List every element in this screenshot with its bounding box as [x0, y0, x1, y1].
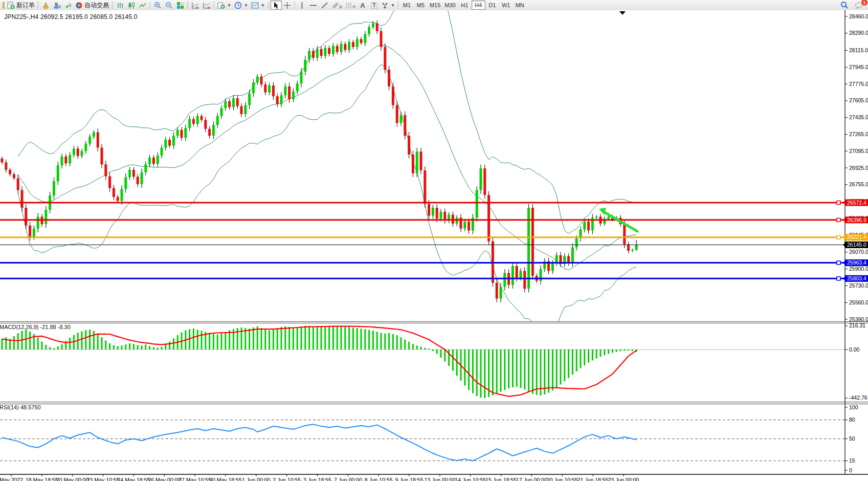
candle-body [436, 208, 438, 218]
timeframe-w1-button[interactable]: W1 [499, 1, 513, 10]
crosshair-tool-button[interactable] [282, 1, 293, 10]
candle-body [476, 190, 478, 217]
candle-body [308, 51, 310, 59]
axis-label: 25730.0 [849, 282, 868, 289]
zoom-in-button[interactable] [152, 1, 163, 10]
candle-body [480, 168, 482, 190]
timeframe-h1-button[interactable]: H1 [458, 1, 472, 10]
time-label: 14 Jun 10:55 [455, 477, 486, 481]
pane-separator[interactable] [0, 402, 868, 404]
candle-body [452, 215, 454, 224]
candle-body [224, 101, 227, 108]
candle-body [268, 85, 271, 92]
chart-area[interactable]: May 202218 May 18:5520 May 00:0023 May 1… [0, 10, 868, 481]
candle-body [587, 222, 590, 230]
candle-body [141, 172, 143, 184]
axis-label: 27265.0 [849, 131, 868, 137]
text-label-icon: T [370, 2, 378, 9]
new-order-button[interactable]: 新订单 [6, 1, 36, 10]
time-label: 21 Jun 18:55 [577, 477, 609, 481]
arrows-tool-button[interactable]: ▼ [380, 1, 396, 10]
text-tool-button[interactable]: A [357, 1, 368, 10]
dropdown-caret: ▼ [227, 3, 231, 8]
candle-body [272, 85, 275, 96]
time-label: 20 Jun 10:55 [547, 477, 578, 481]
candle-body [148, 158, 151, 164]
notifications-button[interactable]: 1 [853, 1, 865, 10]
axis-label: 25390.0 [849, 316, 868, 322]
candle-body [196, 116, 199, 124]
line-chart-icon [139, 2, 147, 9]
time-label: 9 Jun 18:55 [395, 477, 424, 481]
candle-body [300, 72, 303, 83]
candle-body [5, 162, 7, 169]
hline-handle[interactable] [837, 261, 840, 265]
trendline-tool-button[interactable] [319, 1, 330, 10]
new-order-icon [7, 2, 15, 9]
separator [398, 1, 398, 9]
candle-body [424, 170, 426, 204]
timeframe-d1-button[interactable]: D1 [485, 1, 499, 10]
equidistant-channel-tool-button[interactable]: E [330, 1, 344, 10]
candle-body [332, 46, 335, 54]
axis-label: 0.00 [849, 346, 860, 353]
chart-canvas[interactable]: May 202218 May 18:5520 May 00:0023 May 1… [0, 10, 868, 481]
zoom-out-button[interactable] [163, 1, 174, 10]
rsi-indicator-label: RSI(14) 48.5750 [0, 404, 41, 410]
hline-handle[interactable] [837, 201, 840, 205]
candle-body [204, 120, 207, 128]
template-icon [251, 2, 259, 9]
axis-label: 27775.0 [849, 81, 868, 87]
candle-body [29, 226, 31, 237]
indicators-button[interactable]: ▼ [216, 1, 233, 10]
fibonacci-letter: F [353, 5, 355, 9]
candle-body [208, 129, 211, 136]
search-button[interactable] [839, 1, 850, 10]
timeframe-m1-button[interactable]: M1 [400, 1, 414, 10]
hline-handle[interactable] [837, 277, 840, 280]
axis-label: 100 [849, 404, 858, 410]
chart-shift-button[interactable] [201, 1, 212, 10]
search-icon [840, 1, 849, 9]
candle-body [352, 42, 354, 47]
zoom-in-icon [154, 2, 162, 9]
hline-handle[interactable] [837, 235, 840, 239]
time-label: 13 Jun 00:00 [425, 477, 456, 481]
vertical-line-tool-button[interactable] [297, 1, 308, 10]
templates-button[interactable]: ▼ [250, 1, 266, 10]
axis-label: 27435.0 [849, 114, 868, 120]
horizontal-line-tool-button[interactable] [308, 1, 319, 10]
candle-body [384, 47, 386, 70]
auto-scroll-button[interactable] [190, 1, 201, 10]
periods-button[interactable]: ▼ [233, 1, 250, 10]
cone-tool-button[interactable] [40, 1, 51, 10]
timeframe-m5-button[interactable]: M5 [414, 1, 428, 10]
time-label: 30 May 18:55 [209, 477, 242, 481]
candle-body [284, 86, 286, 95]
fibonacci-tool-button[interactable]: F [344, 1, 357, 10]
cursor-tool-button[interactable] [271, 1, 282, 10]
candle-body [344, 44, 346, 50]
text-label-tool-button[interactable]: T [368, 1, 380, 10]
toolbar-grip [112, 2, 114, 9]
tile-windows-icon [176, 2, 184, 9]
line-chart-type-button[interactable] [137, 1, 148, 10]
candle-body [33, 229, 35, 237]
candle-body [201, 116, 203, 120]
auto-trading-icon [75, 2, 83, 9]
bar-chart-type-button[interactable] [115, 1, 126, 10]
expert-advisor-button[interactable] [51, 1, 62, 10]
timeframe-m30-button[interactable]: M30 [442, 1, 457, 10]
candle-body [216, 116, 219, 125]
axis-label: 26070.0 [849, 249, 868, 255]
candlestick-type-button[interactable] [126, 1, 137, 10]
auto-trading-button[interactable]: 自动交易 [74, 1, 110, 10]
timeframe-mn-button[interactable]: MN [513, 1, 527, 10]
candle-body [128, 170, 131, 177]
tile-windows-button[interactable] [174, 1, 186, 10]
indicators-plus-icon [217, 2, 225, 9]
hline-handle[interactable] [837, 218, 840, 222]
signal-button[interactable] [62, 1, 74, 10]
timeframe-m15-button[interactable]: M15 [428, 1, 442, 10]
timeframe-h4-button[interactable]: H4 [472, 1, 485, 10]
